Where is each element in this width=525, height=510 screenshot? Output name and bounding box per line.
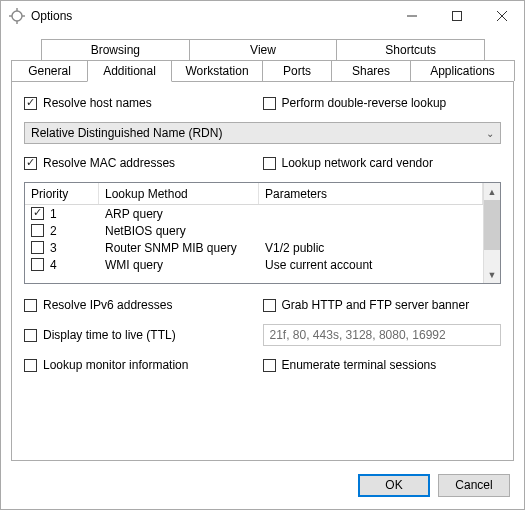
header-priority[interactable]: Priority — [25, 183, 99, 204]
tab-workstation[interactable]: Workstation — [171, 60, 263, 81]
window-buttons — [389, 1, 524, 31]
svg-rect-6 — [452, 12, 461, 21]
resolve-host-names-checkbox[interactable]: Resolve host names — [24, 96, 152, 110]
scroll-down-icon[interactable]: ▼ — [484, 266, 500, 283]
maximize-button[interactable] — [434, 1, 479, 31]
list-header: Priority Lookup Method Parameters — [25, 183, 483, 205]
params-value: Use current account — [259, 258, 483, 272]
tab-container: Browsing View Shortcuts General Addition… — [11, 39, 514, 81]
checkbox-icon[interactable] — [31, 207, 44, 220]
tab-browsing[interactable]: Browsing — [41, 39, 190, 60]
grab-banner-checkbox[interactable]: Grab HTTP and FTP server banner — [263, 298, 470, 312]
ok-button[interactable]: OK — [358, 474, 430, 497]
tab-additional[interactable]: Additional — [87, 60, 172, 82]
tab-ports[interactable]: Ports — [262, 60, 332, 81]
checkbox-icon — [263, 299, 276, 312]
header-method[interactable]: Lookup Method — [99, 183, 259, 204]
enumerate-sessions-checkbox[interactable]: Enumerate terminal sessions — [263, 358, 437, 372]
checkbox-icon — [24, 97, 37, 110]
scroll-track[interactable] — [484, 250, 500, 266]
checkbox-label: Perform double-reverse lookup — [282, 96, 447, 110]
checkbox-icon — [263, 359, 276, 372]
checkbox-icon[interactable] — [31, 258, 44, 271]
resolve-ipv6-checkbox[interactable]: Resolve IPv6 addresses — [24, 298, 172, 312]
table-row[interactable]: 1ARP query — [25, 205, 483, 222]
tab-general[interactable]: General — [11, 60, 88, 81]
checkbox-label: Resolve IPv6 addresses — [43, 298, 172, 312]
checkbox-icon — [24, 157, 37, 170]
table-row[interactable]: 4WMI queryUse current account — [25, 256, 483, 273]
svg-point-0 — [12, 11, 22, 21]
method-value: WMI query — [99, 258, 259, 272]
close-button[interactable] — [479, 1, 524, 31]
checkbox-icon[interactable] — [31, 224, 44, 237]
priority-value: 2 — [50, 224, 57, 238]
input-value: 21f, 80, 443s, 3128, 8080, 16992 — [270, 328, 446, 342]
tab-panel-additional: Resolve host names Perform double-revers… — [11, 81, 514, 461]
tab-applications[interactable]: Applications — [410, 60, 515, 81]
tab-view[interactable]: View — [189, 39, 338, 60]
select-value: Relative Distinguished Name (RDN) — [31, 126, 222, 140]
checkbox-label: Grab HTTP and FTP server banner — [282, 298, 470, 312]
display-ttl-checkbox[interactable]: Display time to live (TTL) — [24, 328, 176, 342]
svg-rect-2 — [16, 21, 17, 24]
content-area: Browsing View Shortcuts General Addition… — [1, 31, 524, 461]
options-window: Options Browsing View Shortcuts General … — [0, 0, 525, 510]
scroll-thumb[interactable] — [484, 200, 500, 250]
chevron-down-icon: ⌄ — [486, 128, 494, 139]
tab-shortcuts[interactable]: Shortcuts — [336, 39, 485, 60]
table-row[interactable]: 2NetBIOS query — [25, 222, 483, 239]
params-value: V1/2 public — [259, 241, 483, 255]
lookup-method-list: Priority Lookup Method Parameters 1ARP q… — [24, 182, 501, 284]
priority-value: 1 — [50, 207, 57, 221]
window-title: Options — [31, 9, 389, 23]
svg-rect-3 — [9, 15, 12, 16]
lookup-monitor-checkbox[interactable]: Lookup monitor information — [24, 358, 188, 372]
checkbox-label: Display time to live (TTL) — [43, 328, 176, 342]
minimize-button[interactable] — [389, 1, 434, 31]
scrollbar[interactable]: ▲ ▼ — [483, 183, 500, 283]
method-value: NetBIOS query — [99, 224, 259, 238]
svg-rect-4 — [22, 15, 25, 16]
checkbox-label: Lookup network card vendor — [282, 156, 433, 170]
checkbox-icon — [24, 359, 37, 372]
priority-value: 4 — [50, 258, 57, 272]
lookup-vendor-checkbox[interactable]: Lookup network card vendor — [263, 156, 433, 170]
checkbox-icon — [24, 329, 37, 342]
double-reverse-checkbox[interactable]: Perform double-reverse lookup — [263, 96, 447, 110]
table-row[interactable]: 3Router SNMP MIB queryV1/2 public — [25, 239, 483, 256]
ports-input[interactable]: 21f, 80, 443s, 3128, 8080, 16992 — [263, 324, 502, 346]
checkbox-icon[interactable] — [31, 241, 44, 254]
app-icon — [9, 8, 25, 24]
checkbox-icon — [263, 97, 276, 110]
priority-value: 3 — [50, 241, 57, 255]
dialog-footer: OK Cancel — [1, 461, 524, 509]
header-parameters[interactable]: Parameters — [259, 183, 483, 204]
resolve-mac-checkbox[interactable]: Resolve MAC addresses — [24, 156, 175, 170]
cancel-button[interactable]: Cancel — [438, 474, 510, 497]
method-value: ARP query — [99, 207, 259, 221]
checkbox-icon — [263, 157, 276, 170]
titlebar: Options — [1, 1, 524, 31]
checkbox-label: Lookup monitor information — [43, 358, 188, 372]
scroll-up-icon[interactable]: ▲ — [484, 183, 500, 200]
method-value: Router SNMP MIB query — [99, 241, 259, 255]
checkbox-label: Enumerate terminal sessions — [282, 358, 437, 372]
svg-rect-1 — [16, 8, 17, 11]
name-format-select[interactable]: Relative Distinguished Name (RDN) ⌄ — [24, 122, 501, 144]
checkbox-icon — [24, 299, 37, 312]
checkbox-label: Resolve host names — [43, 96, 152, 110]
tab-shares[interactable]: Shares — [331, 60, 411, 81]
checkbox-label: Resolve MAC addresses — [43, 156, 175, 170]
